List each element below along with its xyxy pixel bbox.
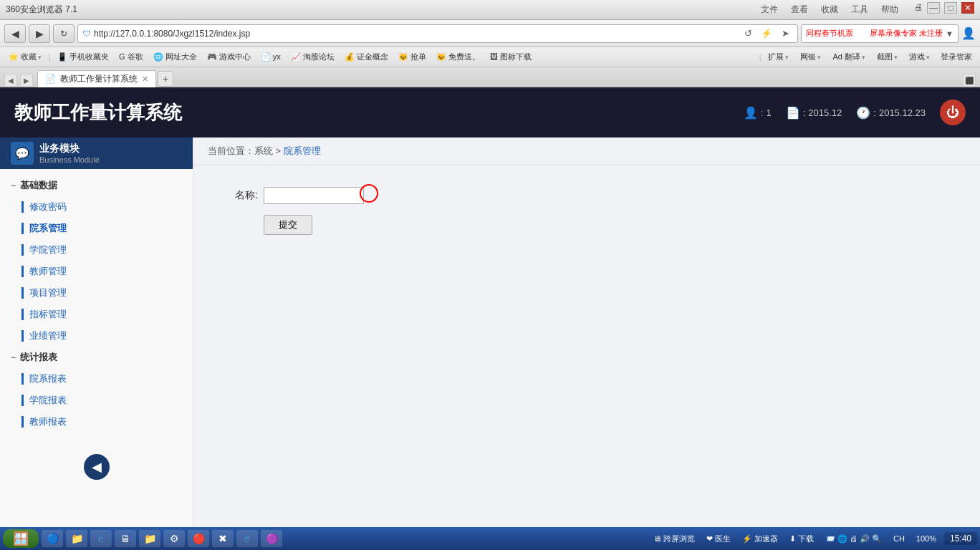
sidebar-group-basic-data[interactable]: − 基础数据 xyxy=(0,175,193,196)
tab-main[interactable]: 📄 教师工作量计算系统 ✕ xyxy=(37,70,156,87)
taskbar-item-4[interactable]: 📁 xyxy=(139,530,160,547)
fav-grab[interactable]: 🐱 抢单 xyxy=(395,50,430,64)
taskbar-lang[interactable]: CH xyxy=(890,533,908,544)
refresh-addr-icon[interactable]: ↺ xyxy=(740,26,756,42)
taskbar-download[interactable]: ⬇ 下载 xyxy=(786,532,817,546)
zoom-label: 100% xyxy=(916,534,936,543)
fav-zjgn[interactable]: 💰 证金概念 xyxy=(341,50,392,64)
group-toggle-reports: − xyxy=(11,352,16,362)
app-header: 教师工作量计算系统 👤 : 1 📄 : 2015.12 🕐 : 2015.12.… xyxy=(0,87,980,138)
sidebar-item-label-change-password: 修改密码 xyxy=(29,201,67,213)
sidebar-group-reports[interactable]: − 统计报表 xyxy=(0,347,193,368)
item-bar-1 xyxy=(21,201,24,213)
user-icon-top[interactable]: 👤 xyxy=(961,26,976,40)
submit-button[interactable]: 提交 xyxy=(264,215,312,235)
fav-mobile[interactable]: 📱 手机收藏夹 xyxy=(54,50,112,64)
taskbar-boost[interactable]: ⚡ 加速器 xyxy=(739,532,782,546)
back-button[interactable]: ◀ xyxy=(4,24,26,43)
tab-close-button[interactable]: ✕ xyxy=(142,74,148,84)
item-bar-6 xyxy=(21,309,24,320)
sidebar-item-change-password[interactable]: 修改密码 xyxy=(0,196,193,218)
sidebar-item-indicator-mgmt[interactable]: 指标管理 xyxy=(0,304,193,325)
fav-yx[interactable]: 📄 yx xyxy=(257,51,284,63)
search-dropdown-icon[interactable]: ▼ xyxy=(946,29,953,38)
fav-stocks[interactable]: 📈 淘股论坛 xyxy=(287,50,338,64)
new-tab-button[interactable]: + xyxy=(158,71,173,87)
boost-icon: ⚡ xyxy=(742,534,752,544)
sidebar-item-dept-report[interactable]: 院系报表 xyxy=(0,368,193,390)
sidebar-item-dept-mgmt[interactable]: 院系管理 xyxy=(0,218,193,239)
tab-menu-icon[interactable]: ⬛ xyxy=(963,74,976,87)
menu-view[interactable]: 查看 xyxy=(787,2,812,17)
taskbar-item-3[interactable]: 🖥 xyxy=(115,530,136,547)
fav-screenshot[interactable]: 截图 ▾ xyxy=(873,49,902,64)
arrow-icon[interactable]: ➤ xyxy=(777,26,793,42)
sidebar-back-button[interactable]: ◀ xyxy=(84,454,110,480)
header-info: 👤 : 1 📄 : 2015.12 🕐 : 2015.12.23 xyxy=(744,106,926,120)
tab-scroll-left[interactable]: ◀ xyxy=(4,74,17,87)
taskbar: 🪟 🔵 📁 e 🖥 📁 ⚙ 🔴 ✖ e 🟣 🖥 跨屏浏览 ❤ 医生 ⚡ 加速器 … xyxy=(0,527,980,550)
power-button[interactable]: ⏻ xyxy=(940,100,966,125)
taskbar-item-2[interactable]: 📁 xyxy=(66,530,87,547)
sidebar-item-college-report[interactable]: 学院报表 xyxy=(0,390,193,411)
menu-tools[interactable]: 工具 xyxy=(847,2,873,17)
fav-webaddr[interactable]: 🌐 网址大全 xyxy=(150,50,201,64)
name-input[interactable] xyxy=(264,187,364,204)
menu-help[interactable]: 帮助 xyxy=(877,2,903,17)
sidebar-item-label-teacher: 教师管理 xyxy=(29,265,67,278)
fav-collect[interactable]: ⭐ 收藏 ▾ xyxy=(4,49,46,64)
menu-fav[interactable]: 收藏 xyxy=(817,2,842,17)
sidebar-item-college-mgmt[interactable]: 学院管理 xyxy=(0,239,193,261)
lightning-icon[interactable]: ⚡ xyxy=(759,26,774,42)
taskbar-doctor[interactable]: ❤ 医生 xyxy=(703,532,734,546)
taskbar-item-ie[interactable]: e xyxy=(90,530,112,547)
forward-button[interactable]: ▶ xyxy=(29,24,50,43)
fav-free[interactable]: 🐱 免费送。 xyxy=(433,50,484,64)
fav-netbank[interactable]: 网银 ▾ xyxy=(796,49,825,64)
content-panel: 名称: 提交 xyxy=(193,165,980,256)
sidebar-item-label-college-report: 学院报表 xyxy=(29,394,67,407)
sidebar-item-project-mgmt[interactable]: 项目管理 xyxy=(0,282,193,304)
fav-extension[interactable]: 扩展 ▾ xyxy=(764,49,793,64)
item-bar-3 xyxy=(21,244,24,256)
tab-scroll-right[interactable]: ▶ xyxy=(20,74,33,87)
start-button[interactable]: 🪟 xyxy=(3,529,39,548)
taskbar-item-5[interactable]: ⚙ xyxy=(163,530,185,547)
taskbar-item-6[interactable]: 🔴 xyxy=(188,530,209,547)
browser-titlebar: 360安全浏览器 7.1 文件 查看 收藏 工具 帮助 🖨 — □ ✕ xyxy=(0,0,980,20)
file-header-icon: 📄 xyxy=(786,106,800,120)
taskbar-zoom: 100% xyxy=(913,533,940,544)
fav-login[interactable]: 登录管家 xyxy=(937,50,976,64)
search-bar[interactable]: 同程春节机票 屏幕录像专家 未注册 ▼ xyxy=(801,24,959,43)
taskbar-item-8[interactable]: 🟣 xyxy=(261,530,282,547)
crossscreen-icon: 🖥 xyxy=(653,534,661,543)
fav-game[interactable]: 🎮 游戏中心 xyxy=(203,50,254,64)
header-user: 👤 : 1 xyxy=(744,106,772,120)
refresh-button[interactable]: ↻ xyxy=(53,24,75,43)
window-maximize[interactable]: □ xyxy=(944,2,957,14)
address-bar[interactable]: 🛡 http://127.0.0.1:8080/Jxgzl1512/index.… xyxy=(77,24,798,43)
taskbar-item-browser[interactable]: e xyxy=(236,530,258,547)
window-close[interactable]: ✕ xyxy=(961,2,974,14)
taskbar-crossscreen[interactable]: 🖥 跨屏浏览 xyxy=(650,532,698,546)
sidebar-item-teacher-mgmt[interactable]: 教师管理 xyxy=(0,261,193,282)
window-minimize[interactable]: — xyxy=(927,2,940,14)
taskbar-item-7[interactable]: ✖ xyxy=(212,530,234,547)
menu-file[interactable]: 文件 xyxy=(756,2,782,17)
breadcrumb-current[interactable]: 院系管理 xyxy=(284,145,321,156)
fav-translate[interactable]: Ad 翻译 ▾ xyxy=(828,49,870,64)
sidebar-title: 业务模块 xyxy=(39,143,100,155)
sidebar-item-performance-mgmt[interactable]: 业绩管理 xyxy=(0,325,193,347)
header-clock: 🕐 : 2015.12.23 xyxy=(856,106,926,120)
taskbar-item-1[interactable]: 🔵 xyxy=(42,530,63,547)
sidebar-item-teacher-report[interactable]: 教师报表 xyxy=(0,411,193,433)
clock-header-icon: 🕐 xyxy=(856,106,870,120)
sidebar-item-label-dept: 院系管理 xyxy=(29,222,67,235)
boost-label: 加速器 xyxy=(754,534,778,544)
fav-google[interactable]: G 谷歌 xyxy=(115,50,147,64)
header-file-value: 2015.12 xyxy=(808,107,842,118)
fav-games2[interactable]: 游戏 ▾ xyxy=(905,49,934,64)
fav-icon-dl[interactable]: 🖼 图标下载 xyxy=(486,50,535,64)
search-suggest-text: 同程春节机票 xyxy=(806,28,867,39)
header-colon3: : xyxy=(873,107,876,118)
